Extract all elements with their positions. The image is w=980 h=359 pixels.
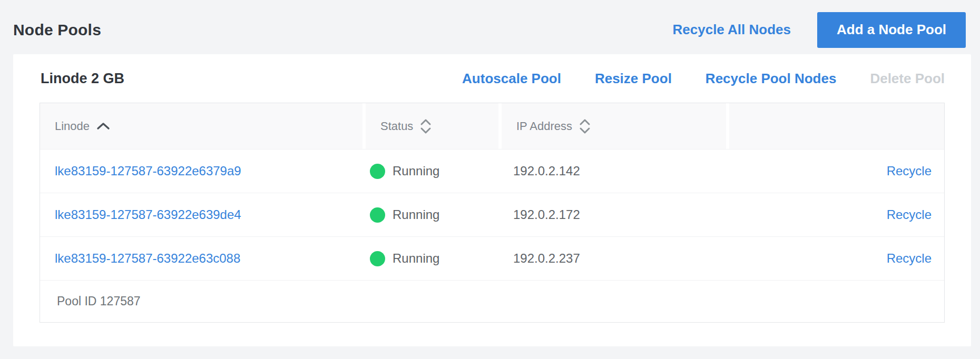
ip-address: 192.0.2.172	[513, 207, 580, 222]
chevron-up-icon	[96, 122, 110, 131]
node-pool-card: Linode 2 GB Autoscale Pool Resize Pool R…	[13, 54, 971, 346]
ip-address: 192.0.2.237	[513, 251, 580, 266]
node-link[interactable]: lke83159-127587-63922e639de4	[55, 207, 241, 222]
column-header-linode[interactable]: Linode	[40, 103, 362, 149]
nodes-table: Linode Status IP Address	[40, 103, 945, 323]
add-node-pool-button[interactable]: Add a Node Pool	[817, 12, 966, 48]
pool-title: Linode 2 GB	[41, 71, 124, 87]
status-text: Running	[393, 251, 439, 266]
pool-id-footer: Pool ID 127587	[40, 280, 944, 322]
column-header-status[interactable]: Status	[362, 103, 498, 149]
table-header-row: Linode Status IP Address	[40, 103, 944, 149]
resize-pool-button[interactable]: Resize Pool	[595, 71, 672, 87]
recycle-node-button[interactable]: Recycle	[887, 251, 932, 266]
status-text: Running	[393, 207, 439, 222]
status-text: Running	[393, 164, 439, 178]
node-link[interactable]: lke83159-127587-63922e6379a9	[55, 164, 241, 178]
column-header-ip-address[interactable]: IP Address	[498, 103, 726, 149]
pool-card-header: Linode 2 GB Autoscale Pool Resize Pool R…	[13, 54, 971, 103]
page-title: Node Pools	[13, 21, 101, 39]
recycle-node-button[interactable]: Recycle	[887, 207, 932, 222]
green-dot-icon	[370, 164, 385, 179]
pool-id-label: Pool ID 127587	[57, 294, 141, 308]
green-dot-icon	[370, 251, 385, 266]
table-row: lke83159-127587-63922e639de4 Running 192…	[40, 193, 944, 236]
pool-actions: Autoscale Pool Resize Pool Recycle Pool …	[462, 71, 945, 87]
chevron-up-down-icon	[420, 118, 432, 134]
topbar: Node Pools Recycle All Nodes Add a Node …	[0, 0, 980, 54]
topbar-actions: Recycle All Nodes Add a Node Pool	[673, 12, 966, 48]
green-dot-icon	[370, 207, 385, 223]
recycle-node-button[interactable]: Recycle	[887, 164, 932, 178]
delete-pool-button-disabled: Delete Pool	[870, 71, 945, 87]
ip-address: 192.0.2.142	[513, 164, 580, 178]
column-header-actions	[726, 103, 944, 149]
autoscale-pool-button[interactable]: Autoscale Pool	[462, 71, 561, 87]
table-row: lke83159-127587-63922e6379a9 Running 192…	[40, 149, 944, 193]
recycle-all-nodes-button[interactable]: Recycle All Nodes	[673, 22, 791, 38]
table-row: lke83159-127587-63922e63c088 Running 192…	[40, 236, 944, 280]
chevron-up-down-icon	[579, 118, 591, 134]
recycle-pool-nodes-button[interactable]: Recycle Pool Nodes	[705, 71, 837, 87]
node-link[interactable]: lke83159-127587-63922e63c088	[55, 251, 240, 266]
